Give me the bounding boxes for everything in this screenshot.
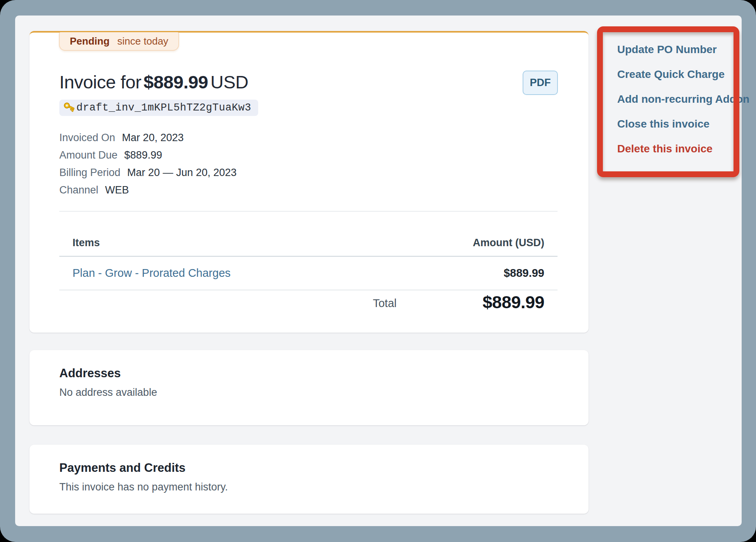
detail-value: Mar 20 — Jun 20, 2023 (127, 167, 236, 178)
divider (59, 211, 558, 212)
action-item: Delete this invoice (617, 136, 749, 161)
invoice-page: Pending since today Invoice for$889.99US… (15, 16, 742, 526)
action-item: Close this invoice (617, 112, 749, 136)
payments-heading: Payments and Credits (59, 461, 186, 475)
line-item-amount: $889.99 (504, 267, 544, 280)
addresses-empty-text: No address available (59, 387, 157, 399)
action-item: Create Quick Charge (617, 62, 749, 87)
invoice-summary-card: Pending since today Invoice for$889.99US… (29, 31, 589, 333)
addresses-heading: Addresses (59, 366, 121, 380)
page-title: Invoice for$889.99USD (59, 71, 248, 93)
detail-value: WEB (105, 184, 129, 196)
action-create-quick-charge[interactable]: Create Quick Charge (617, 68, 725, 80)
total-label: Total (373, 297, 397, 310)
invoice-id: draft_inv_1mKPL5hTZ2gTuaKw3 (76, 102, 251, 114)
detail-label: Channel (59, 184, 98, 196)
invoice-details: Invoiced On Mar 20, 2023 Amount Due $889… (59, 129, 236, 199)
invoice-id-chip[interactable]: draft_inv_1mKPL5hTZ2gTuaKw3 (59, 100, 258, 116)
payments-empty-text: This invoice has no payment history. (59, 481, 228, 493)
title-prefix: Invoice for (59, 72, 141, 92)
action-update-po-number[interactable]: Update PO Number (617, 43, 717, 55)
amount-column-header: Amount (USD) (473, 237, 544, 249)
invoice-actions-menu: Update PO Number Create Quick Charge Add… (617, 37, 749, 161)
detail-row-amount-due: Amount Due $889.99 (59, 147, 236, 164)
total-value: $889.99 (483, 292, 544, 312)
detail-label: Amount Due (59, 149, 117, 161)
status-badge-since: since today (117, 35, 169, 47)
pdf-button[interactable]: PDF (523, 71, 558, 95)
detail-value: Mar 20, 2023 (122, 132, 184, 143)
line-item-link[interactable]: Plan - Grow - Prorated Charges (72, 267, 231, 280)
detail-row-channel: Channel WEB (59, 181, 236, 199)
status-badge: Pending since today (59, 32, 179, 51)
detail-label: Invoiced On (59, 132, 115, 143)
action-close-this-invoice[interactable]: Close this invoice (617, 118, 709, 130)
title-amount: $889.99 (143, 72, 208, 92)
detail-row-invoiced-on: Invoiced On Mar 20, 2023 (59, 129, 236, 147)
detail-value: $889.99 (124, 149, 162, 161)
addresses-card: Addresses No address available (29, 350, 589, 425)
table-row-divider (59, 290, 558, 290)
detail-label: Billing Period (59, 167, 121, 178)
action-item: Update PO Number (617, 37, 749, 62)
items-column-header: Items (72, 237, 100, 249)
action-delete-this-invoice[interactable]: Delete this invoice (617, 143, 713, 155)
key-icon (62, 101, 76, 114)
payments-card: Payments and Credits This invoice has no… (29, 445, 589, 514)
status-badge-label: Pending (70, 35, 110, 47)
action-add-non-recurring-addon[interactable]: Add non-recurring Addon (617, 93, 749, 105)
action-item: Add non-recurring Addon (617, 87, 749, 112)
table-header-divider (59, 256, 558, 257)
title-currency: USD (211, 72, 249, 92)
detail-row-billing-period: Billing Period Mar 20 — Jun 20, 2023 (59, 164, 236, 181)
screenshot-frame: Pending since today Invoice for$889.99US… (0, 0, 756, 542)
